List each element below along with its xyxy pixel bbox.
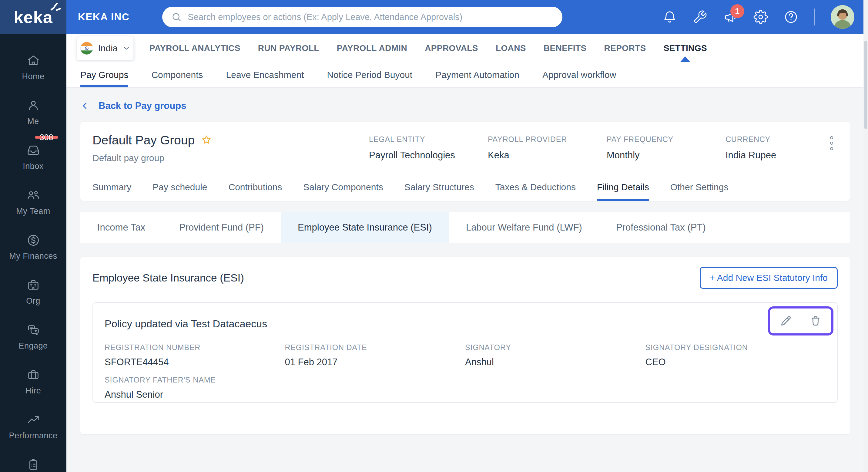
nav-settings[interactable]: SETTINGS — [664, 34, 707, 62]
scrollbar-track[interactable] — [864, 0, 868, 472]
field-value: SFORTE44454 — [104, 357, 285, 367]
main-content: Back to Pay groups Default Pay Group Def… — [66, 88, 864, 472]
sidebar-item-performance[interactable]: Performance — [0, 404, 66, 449]
field-value: Payroll Technologies — [369, 150, 488, 161]
sidebar-item-engage[interactable]: Engage — [0, 314, 66, 359]
tab-provident-fund[interactable]: Provident Fund (PF) — [162, 212, 281, 243]
delete-trash-icon[interactable] — [809, 314, 822, 328]
sidebar-item-my-team[interactable]: My Team — [0, 180, 66, 225]
pay-group-fields: LEGAL ENTITY Payroll Technologies PAYROL… — [369, 133, 838, 163]
country-label: India — [98, 43, 118, 53]
chevron-left-icon — [80, 101, 89, 111]
help-icon[interactable] — [784, 10, 798, 24]
announcement-badge: 1 — [731, 4, 744, 18]
favorite-star-icon[interactable] — [200, 134, 213, 147]
nav-approvals[interactable]: APPROVALS — [425, 34, 478, 62]
tab-income-tax[interactable]: Income Tax — [80, 212, 162, 243]
app-window: keka KEKA INC — [0, 0, 868, 472]
sidebar-item-label: My Finances — [9, 252, 57, 261]
pay-group-title: Default Pay Group — [92, 133, 195, 147]
nav-benefits[interactable]: BENEFITS — [544, 34, 587, 62]
field-label: CURRENCY — [725, 135, 826, 144]
field-value: CEO — [646, 357, 826, 367]
tab-professional-tax[interactable]: Professional Tax (PT) — [599, 212, 723, 243]
field-label: PAY FREQUENCY — [607, 135, 725, 144]
field-value: Anshul Senior — [104, 389, 285, 400]
country-selector[interactable]: India — [77, 36, 134, 60]
tab-pay-schedule[interactable]: Pay schedule — [153, 173, 207, 201]
tab-salary-components[interactable]: Salary Components — [303, 173, 383, 201]
keka-logo[interactable]: keka — [0, 0, 66, 34]
clipboard-icon — [26, 458, 40, 472]
announcements-icon[interactable]: 1 — [723, 10, 738, 24]
subnav-leave-encashment[interactable]: Leave Encashment — [226, 62, 304, 87]
top-header: keka KEKA INC — [0, 0, 864, 34]
user-avatar[interactable] — [831, 5, 855, 29]
field-value: 01 Feb 2017 — [285, 357, 465, 367]
subnav-approval-workflow[interactable]: Approval workflow — [542, 62, 616, 87]
filing-detail-tabs: Income Tax Provident Fund (PF) Employee … — [80, 212, 850, 243]
nav-payroll-admin[interactable]: PAYROLL ADMIN — [337, 34, 407, 62]
tab-salary-structures[interactable]: Salary Structures — [404, 173, 474, 201]
nav-payroll-analytics[interactable]: PAYROLL ANALYTICS — [150, 34, 241, 62]
sidebar-item-label: Engage — [19, 341, 48, 351]
tab-filing-details[interactable]: Filing Details — [597, 173, 649, 201]
esi-panel: Employee State Insurance (ESI) + Add New… — [80, 257, 850, 434]
chevron-down-icon — [123, 44, 130, 52]
sidebar-item-inbox[interactable]: 308 Inbox — [0, 135, 66, 180]
subnav-pay-groups[interactable]: Pay Groups — [80, 62, 128, 87]
scrollbar-thumb[interactable] — [864, 41, 867, 129]
logo-text: keka — [13, 7, 53, 27]
sidebar-item-label: My Team — [16, 207, 50, 216]
module-nav: India PAYROLL ANALYTICS RUN PAYROLL PAYR… — [66, 34, 864, 62]
edit-pencil-icon[interactable] — [779, 314, 793, 328]
field-label: REGISTRATION DATE — [285, 343, 465, 352]
field-value: Monthly — [607, 150, 725, 161]
tools-icon[interactable] — [693, 10, 707, 24]
tab-labour-welfare-fund[interactable]: Labour Welfare Fund (LWF) — [449, 212, 599, 243]
tab-contributions[interactable]: Contributions — [228, 173, 282, 201]
kebab-menu-icon[interactable] — [826, 135, 838, 150]
subnav-payment-automation[interactable]: Payment Automation — [435, 62, 519, 87]
sidebar-item-my-finances[interactable]: My Finances — [0, 225, 66, 269]
company-name: KEKA INC — [78, 11, 129, 23]
tab-summary[interactable]: Summary — [92, 173, 131, 201]
tab-taxes-deductions[interactable]: Taxes & Deductions — [495, 173, 576, 201]
active-nav-indicator — [680, 56, 690, 62]
field-label: SIGNATORY — [465, 343, 646, 352]
sidebar-item-project[interactable]: Project — [0, 449, 66, 472]
field-value: Keka — [488, 150, 607, 161]
dollar-circle-icon — [26, 233, 40, 247]
add-esi-statutory-info-button[interactable]: + Add New ESI Statutory Info — [700, 267, 838, 289]
notifications-bell-icon[interactable] — [662, 10, 677, 24]
header-divider — [814, 8, 815, 26]
field-label: REGISTRATION NUMBER — [104, 343, 285, 352]
sidebar-item-org[interactable]: Org — [0, 269, 66, 314]
policy-title: Policy updated via Test Datacaecus — [104, 303, 826, 330]
subnav-components[interactable]: Components — [151, 62, 203, 87]
sidebar-item-me[interactable]: Me — [0, 90, 66, 135]
team-icon — [26, 188, 40, 202]
subnav-notice-period-buyout[interactable]: Notice Period Buyout — [327, 62, 412, 87]
field-label: SIGNATORY FATHER'S NAME — [104, 376, 285, 384]
nav-run-payroll[interactable]: RUN PAYROLL — [258, 34, 319, 62]
sidebar-item-label: Home — [22, 72, 44, 81]
pay-group-tabs: Summary Pay schedule Contributions Salar… — [80, 173, 850, 201]
trend-up-icon — [26, 413, 40, 427]
sidebar-item-hire[interactable]: Hire — [0, 359, 66, 404]
back-to-pay-groups-link[interactable]: Back to Pay groups — [80, 100, 186, 111]
nav-reports[interactable]: REPORTS — [604, 34, 646, 62]
tab-other-settings[interactable]: Other Settings — [670, 173, 728, 201]
field-label: PAYROLL PROVIDER — [488, 135, 607, 144]
settings-subnav: Pay Groups Components Leave Encashment N… — [66, 62, 864, 88]
tab-employee-state-insurance[interactable]: Employee State Insurance (ESI) — [281, 212, 449, 243]
nav-loans[interactable]: LOANS — [496, 34, 526, 62]
global-search — [162, 7, 562, 27]
sidebar-item-home[interactable]: Home — [0, 45, 66, 90]
esi-policy-card: Policy updated via Test Datacaecus — [92, 302, 838, 403]
search-input[interactable] — [187, 12, 553, 23]
settings-gear-icon[interactable] — [753, 10, 768, 24]
pay-group-header: Default Pay Group Default pay group LEGA… — [80, 122, 850, 173]
pay-group-card: Default Pay Group Default pay group LEGA… — [80, 122, 850, 201]
back-link-label: Back to Pay groups — [98, 100, 186, 111]
